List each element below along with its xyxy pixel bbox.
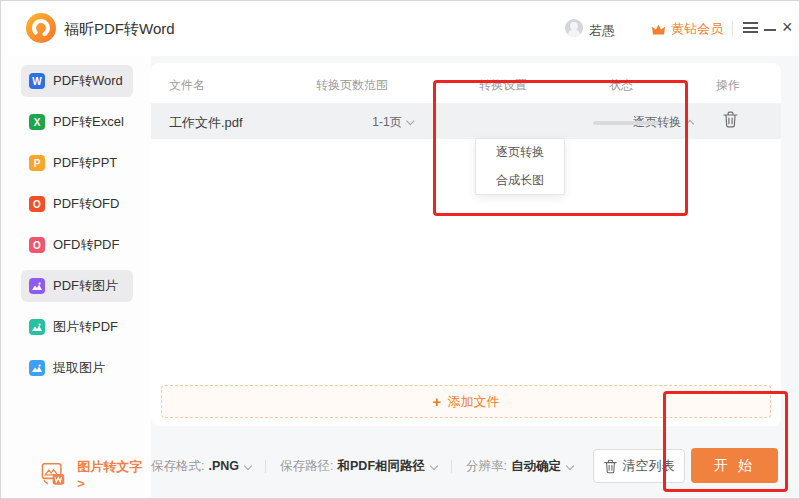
sidebar-item-image-to-text[interactable]: 图片转文字 > <box>41 458 151 491</box>
column-header-action: 操作 <box>716 77 740 94</box>
column-header-setting: 转换设置 <box>479 77 527 94</box>
chevron-up-icon <box>686 120 694 128</box>
chevron-down-icon <box>406 117 414 125</box>
add-file-button[interactable]: + 添加文件 <box>161 385 771 418</box>
sidebar-item-pdf-to-image[interactable]: PDF转图片 <box>21 270 133 302</box>
column-header-page-range: 转换页数范围 <box>316 77 388 94</box>
ofd-icon: O <box>29 196 45 212</box>
resolution-select[interactable]: 分辨率: 自动确定 <box>466 458 573 475</box>
ppt-icon: P <box>29 155 45 171</box>
save-path-select[interactable]: 保存路径: 和PDF相同路径 <box>280 458 437 475</box>
clear-list-button[interactable]: 清空列表 <box>593 449 685 483</box>
column-header-status: 状态 <box>609 77 633 94</box>
image-to-text-icon <box>41 462 67 487</box>
crown-icon <box>651 23 666 36</box>
minimize-icon[interactable] <box>764 29 776 31</box>
trash-icon <box>604 459 617 474</box>
status-progress-bar <box>593 121 659 125</box>
user-avatar[interactable] <box>565 19 583 37</box>
sidebar-item-ofd-to-pdf[interactable]: O OFD转PDF <box>21 229 133 261</box>
chevron-down-icon <box>566 462 574 470</box>
close-icon[interactable]: × <box>782 17 793 37</box>
image-pdf-icon <box>29 319 45 335</box>
dropdown-item-per-page[interactable]: 逐页转换 <box>476 139 564 167</box>
footer-divider <box>265 460 266 473</box>
dropdown-item-long-image[interactable]: 合成长图 <box>476 167 564 195</box>
start-button[interactable]: 开 始 <box>691 448 778 483</box>
plus-icon: + <box>433 393 442 410</box>
setting-dropdown-menu: 逐页转换 合成长图 <box>475 138 565 195</box>
app-title: 福昕PDF转Word <box>64 20 175 39</box>
file-name: 工作文件.pdf <box>169 114 243 132</box>
delete-file-button[interactable] <box>723 111 743 131</box>
sidebar-item-extract-image[interactable]: 提取图片 <box>21 352 133 384</box>
image-to-text-label: 图片转文字 > <box>77 458 151 491</box>
username: 若愚 <box>589 22 615 40</box>
titlebar: 福昕PDF转Word 若愚 黄钻会员 × <box>1 1 799 56</box>
column-header-filename: 文件名 <box>169 77 205 94</box>
word-icon: W <box>29 73 45 89</box>
sidebar-item-pdf-to-word[interactable]: W PDF转Word <box>21 65 133 97</box>
clear-list-label: 清空列表 <box>623 457 675 475</box>
membership-button[interactable]: 黄钻会员 <box>651 20 723 38</box>
save-format-select[interactable]: 保存格式: .PNG <box>151 458 251 475</box>
footer-divider <box>451 460 452 473</box>
membership-label: 黄钻会员 <box>671 20 723 38</box>
sidebar-item-pdf-to-ofd[interactable]: O PDF转OFD <box>21 188 133 220</box>
add-file-label: 添加文件 <box>447 393 499 411</box>
sidebar-item-image-to-pdf[interactable]: 图片转PDF <box>21 311 133 343</box>
table-row: 工作文件.pdf 1-1页 逐页转换 <box>151 104 781 139</box>
ofd-pdf-icon: O <box>29 237 45 253</box>
trash-icon <box>723 111 738 128</box>
sidebar-item-pdf-to-ppt[interactable]: P PDF转PPT <box>21 147 133 179</box>
menu-icon[interactable] <box>743 22 758 33</box>
sidebar-item-pdf-to-excel[interactable]: X PDF转Excel <box>21 106 133 138</box>
sidebar: W PDF转Word X PDF转Excel P PDF转PPT O PDF转O… <box>1 56 151 499</box>
titlebar-divider <box>732 21 733 36</box>
footer-options: 保存格式: .PNG 保存路径: 和PDF相同路径 分辨率: 自动确定 <box>151 449 573 483</box>
app-logo-icon <box>26 13 56 43</box>
extract-image-icon <box>29 360 45 376</box>
image-icon <box>29 278 45 294</box>
app-window: 福昕PDF转Word 若愚 黄钻会员 × W PDF转Word X PDF转Ex… <box>0 0 800 499</box>
page-range-select[interactable]: 1-1页 <box>372 114 413 131</box>
file-list-panel: 文件名 转换页数范围 转换设置 状态 操作 工作文件.pdf 1-1页 逐页转换… <box>151 63 781 426</box>
chevron-down-icon <box>244 462 252 470</box>
excel-icon: X <box>29 114 45 130</box>
chevron-down-icon <box>430 462 438 470</box>
